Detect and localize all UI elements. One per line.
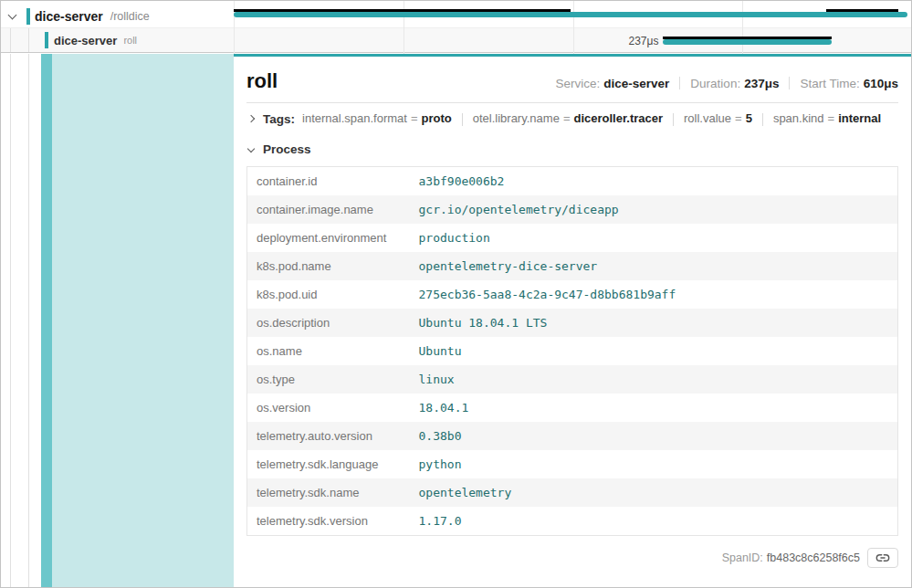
- span-row-rolldice[interactable]: dice-server /rolldice: [1, 5, 911, 28]
- process-row: os.version18.04.1: [247, 394, 898, 422]
- chevron-down-icon: [247, 145, 255, 152]
- process-label: Process: [263, 142, 311, 156]
- process-value: opentelemetry-dice-server: [410, 252, 898, 280]
- span-bar-rolldice[interactable]: [234, 12, 907, 17]
- process-value: opentelemetry: [410, 478, 898, 507]
- span-bar-roll[interactable]: [663, 39, 832, 45]
- tag-equals: =: [411, 111, 418, 125]
- span-operation-name: roll: [123, 35, 137, 46]
- deep-link-button[interactable]: [867, 548, 898, 568]
- span-name-column: dice-server roll: [1, 28, 234, 52]
- tag-equals: =: [828, 111, 835, 125]
- tags-label: Tags:: [263, 112, 295, 126]
- span-meta: Service:dice-serverDuration:237μsStart T…: [556, 77, 898, 90]
- process-value: 18.04.1: [410, 394, 898, 422]
- process-row: k8s.pod.nameopentelemetry-dice-server: [247, 252, 898, 280]
- process-accordion-header[interactable]: Process: [246, 134, 898, 163]
- process-key: os.type: [247, 365, 410, 394]
- meta-divider: [679, 77, 680, 89]
- detail-row-tint: [52, 54, 234, 587]
- span-detail-row: roll Service:dice-serverDuration:237μsSt…: [1, 54, 911, 587]
- tag-item: internal.span.format=proto: [302, 111, 452, 125]
- meta-value: 237μs: [744, 77, 779, 90]
- span-service-name: dice-server: [35, 9, 103, 24]
- process-value: Ubuntu: [410, 337, 898, 365]
- indent-guide: [28, 28, 29, 52]
- process-key-value-table: container.ida3bf90e006b2container.image.…: [246, 166, 898, 536]
- process-value: Ubuntu 18.04.1 LTS: [410, 309, 898, 337]
- tag-equals: =: [735, 111, 742, 125]
- meta-label: Duration:: [690, 77, 740, 90]
- process-row: deployment.environmentproduction: [247, 224, 898, 252]
- process-key: telemetry.sdk.name: [247, 478, 410, 507]
- process-key: container.image.name: [247, 195, 410, 224]
- process-row: os.typelinux: [247, 365, 898, 394]
- process-row: container.image.namegcr.io/opentelemetry…: [247, 195, 898, 224]
- span-name-column: dice-server /rolldice: [1, 5, 234, 27]
- process-row: telemetry.auto.version0.38b0: [247, 422, 898, 450]
- meta-divider: [789, 77, 790, 89]
- process-row: k8s.pod.uid275ecb36-5aa8-4c2a-9c47-d8bb6…: [247, 280, 898, 309]
- span-bar-area: 237μs: [234, 28, 911, 52]
- process-key: k8s.pod.uid: [247, 280, 410, 309]
- process-value: gcr.io/opentelemetry/diceapp: [410, 195, 898, 224]
- link-icon: [875, 551, 890, 565]
- chevron-right-icon: [247, 115, 255, 122]
- process-key: os.description: [247, 309, 410, 337]
- tag-item: span.kind=internal: [773, 111, 881, 125]
- process-row: telemetry.sdk.languagepython: [247, 450, 898, 478]
- tags-accordion-header[interactable]: Tags: internal.span.format=protootel.lib…: [246, 103, 898, 132]
- process-key: os.name: [247, 337, 410, 365]
- tag-equals: =: [563, 111, 571, 125]
- tag-value: 5: [746, 111, 752, 125]
- process-value: production: [410, 224, 898, 252]
- span-id-value: fb483c8c6258f6c5: [767, 551, 860, 564]
- process-value: linux: [410, 365, 898, 394]
- meta-value: 610μs: [864, 77, 898, 90]
- span-service-name: dice-server: [54, 34, 117, 47]
- process-row: os.nameUbuntu: [247, 337, 898, 365]
- process-row: container.ida3bf90e006b2: [247, 166, 898, 195]
- meta-label: Start Time:: [800, 77, 859, 90]
- indent-guide: [10, 28, 11, 52]
- process-value: a3bf90e006b2: [410, 166, 898, 195]
- span-bar-area: [234, 5, 911, 27]
- process-key: deployment.environment: [247, 224, 410, 252]
- process-section: Process container.ida3bf90e006b2containe…: [246, 132, 898, 536]
- tag-item: otel.library.name=diceroller.tracer: [473, 111, 663, 125]
- span-row-roll[interactable]: dice-server roll 237μs: [1, 28, 911, 53]
- span-detail-header: roll Service:dice-serverDuration:237μsSt…: [246, 66, 898, 103]
- span-color-stripe: [41, 54, 52, 587]
- process-value: 0.38b0: [410, 422, 898, 450]
- process-value: python: [410, 450, 898, 478]
- tag-key: otel.library.name: [473, 111, 560, 125]
- span-detail-footer: SpanID: fb483c8c6258f6c5: [246, 548, 898, 568]
- collapse-children-chevron-icon[interactable]: [8, 11, 17, 20]
- indent-guide: [10, 54, 11, 587]
- tags-summary: internal.span.format=protootel.library.n…: [302, 111, 881, 126]
- process-key: telemetry.sdk.version: [247, 507, 410, 536]
- tag-value: diceroller.tracer: [573, 111, 663, 125]
- tag-value: internal: [838, 111, 881, 125]
- process-row: os.descriptionUbuntu 18.04.1 LTS: [247, 309, 898, 337]
- tag-item: roll.value=5: [684, 111, 752, 125]
- tag-divider: [462, 113, 463, 126]
- process-key: telemetry.sdk.language: [247, 450, 410, 478]
- trace-timeline: dice-server /rolldice dice-server roll 2…: [1, 1, 911, 54]
- process-key: k8s.pod.name: [247, 252, 410, 280]
- process-row: telemetry.sdk.version1.17.0: [247, 507, 898, 536]
- tag-divider: [673, 113, 674, 126]
- tag-value: proto: [422, 111, 452, 125]
- tag-key: span.kind: [773, 111, 824, 125]
- span-title: roll: [246, 69, 278, 93]
- process-key: container.id: [247, 166, 410, 195]
- process-key: os.version: [247, 394, 410, 422]
- span-id-label: SpanID:: [722, 551, 763, 564]
- process-row: telemetry.sdk.nameopentelemetry: [247, 478, 898, 507]
- span-color-bar: [45, 32, 48, 48]
- span-detail-panel: roll Service:dice-serverDuration:237μsSt…: [234, 54, 911, 587]
- span-color-bar: [26, 8, 30, 25]
- span-operation-name: /rolldice: [110, 10, 150, 23]
- meta-value: dice-server: [603, 77, 669, 90]
- tag-divider: [762, 113, 763, 126]
